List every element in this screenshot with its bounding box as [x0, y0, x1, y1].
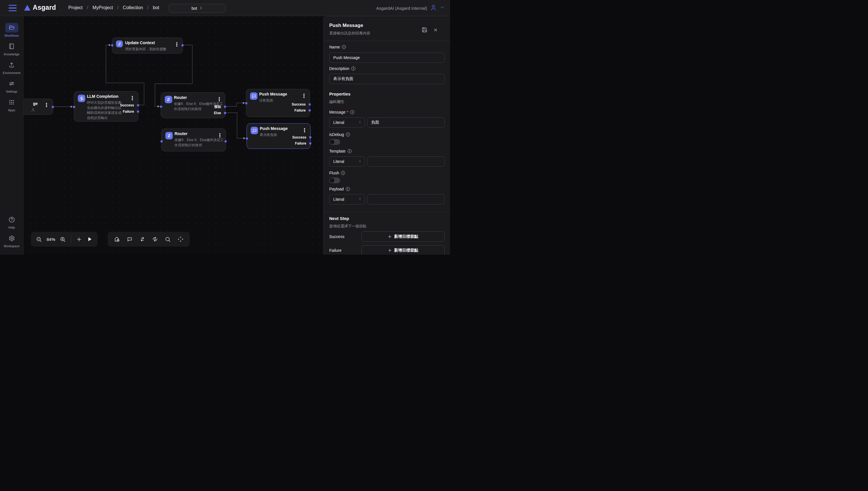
sidebar-item-knowledge[interactable]: Knowledge	[1, 41, 23, 56]
chevrons-up-down-icon	[199, 6, 203, 10]
asgard-logo-icon	[24, 5, 30, 10]
add-target-node-failure-button[interactable]: 新增目標節點	[361, 245, 444, 255]
add-target-node-success-button[interactable]: 新增目標節點	[361, 231, 444, 242]
sidebar-item-workspace[interactable]: Workspace	[1, 233, 23, 248]
panel-subtitle: 直接輸出訊息的回應內容	[329, 31, 370, 36]
flush-label: Flush	[329, 171, 345, 175]
template-type-select[interactable]: Literal	[329, 156, 365, 167]
add-node-icon[interactable]	[112, 235, 121, 243]
output-port[interactable]	[182, 44, 184, 47]
breadcrumb-separator: /	[147, 5, 148, 10]
node-llm-completion[interactable]: LLM Completion 呼叫大型語言模型並產生結構化的資料輸出以輔助流程的…	[74, 91, 138, 122]
failure-port[interactable]	[308, 109, 311, 112]
breadcrumb-project[interactable]: Project	[68, 5, 83, 10]
input-port[interactable]	[246, 137, 248, 140]
description-label: Description	[329, 66, 355, 71]
isdebug-toggle[interactable]	[329, 139, 340, 145]
node-update-context[interactable]: Update Context 用於更新內容，初始化變數	[112, 37, 183, 54]
upload-icon	[5, 60, 18, 70]
node-tools-toolbar	[108, 232, 190, 247]
breadcrumb-bot[interactable]: bot	[153, 5, 159, 10]
info-icon[interactable]	[341, 171, 345, 175]
account-area: AsgardAI (Asgard Internal)	[376, 0, 445, 16]
sidebar-item-workflows[interactable]: Workflows	[1, 23, 23, 37]
search-icon[interactable]	[163, 235, 172, 243]
kebab-menu-icon[interactable]	[174, 42, 179, 47]
payload-value-input[interactable]	[367, 194, 444, 204]
app-window: Asgard Project / MyProject / Collection …	[0, 0, 450, 255]
if-port[interactable]	[224, 106, 226, 108]
input-port[interactable]	[73, 106, 75, 108]
kebab-menu-icon[interactable]	[130, 95, 135, 101]
success-port[interactable]	[309, 136, 311, 139]
llm-node-icon[interactable]	[151, 235, 159, 243]
kebab-menu-icon[interactable]	[218, 133, 222, 138]
input-port[interactable]	[160, 106, 162, 108]
zoom-out-icon[interactable]	[35, 235, 43, 243]
input-port[interactable]	[245, 102, 247, 105]
workflow-select[interactable]: bot	[169, 4, 226, 12]
node-router-1[interactable]: Router 依據If、Else If、Else條件決定工作流程執行的路徑 假如…	[161, 92, 225, 118]
failure-port[interactable]	[309, 142, 311, 145]
name-input[interactable]: Push Message	[329, 53, 444, 63]
flush-toggle[interactable]	[329, 177, 340, 183]
message-type-select[interactable]: Literal	[329, 117, 365, 127]
help-circle-icon	[5, 215, 18, 224]
sidebar-item-apps[interactable]: Apps	[1, 97, 23, 112]
kebab-menu-icon[interactable]	[302, 93, 306, 98]
kebab-menu-icon[interactable]	[44, 103, 49, 108]
sliders-icon	[5, 79, 18, 88]
move-navigate-icon[interactable]	[176, 235, 185, 243]
message-value-input[interactable]: 負面	[367, 117, 444, 127]
message-node-icon[interactable]	[125, 235, 134, 243]
apps-grid-icon	[5, 97, 18, 107]
output-port[interactable]	[224, 140, 227, 143]
success-port[interactable]	[308, 103, 311, 106]
llm-bulb-icon	[78, 95, 85, 102]
swap-arrows-node-icon[interactable]	[138, 235, 147, 243]
info-icon[interactable]	[351, 66, 355, 70]
sidebar-item-environment[interactable]: Environment	[1, 60, 23, 75]
info-icon[interactable]	[346, 133, 350, 137]
node-push-message-2[interactable]: Push Message 表示有負面 Success Failure	[247, 123, 310, 149]
left-sidebar: Workflows Knowledge Environment Settings…	[0, 16, 24, 255]
name-label: Name	[329, 45, 346, 49]
output-port[interactable]	[52, 106, 54, 108]
breadcrumb-collection[interactable]: Collection	[123, 5, 143, 10]
close-icon[interactable]	[432, 27, 439, 33]
input-port[interactable]	[160, 140, 163, 143]
breadcrumb-myproject[interactable]: MyProject	[92, 5, 113, 10]
zoom-level: 84%	[46, 237, 56, 242]
chevrons-up-down-icon	[358, 197, 362, 202]
failure-port[interactable]	[137, 110, 139, 113]
save-icon[interactable]	[422, 27, 428, 33]
isdebug-label: isDebug	[329, 132, 350, 137]
node-push-message-1[interactable]: Push Message 沒有負面 Success Failure	[246, 89, 310, 117]
node-router-2[interactable]: Router 依據If、Else If、Else條件決定工作流程執行的路徑	[161, 128, 226, 151]
swap-arrows-icon	[165, 132, 173, 139]
hamburger-menu-icon[interactable]	[9, 5, 17, 11]
payload-type-select[interactable]: Literal	[329, 194, 365, 204]
chevron-down-icon[interactable]	[440, 5, 445, 11]
kebab-menu-icon[interactable]	[302, 127, 307, 133]
run-workflow-icon[interactable]	[86, 235, 93, 243]
chat-bubble-icon	[250, 92, 257, 100]
else-port[interactable]	[224, 112, 226, 114]
info-icon[interactable]	[342, 45, 346, 49]
sidebar-item-settings[interactable]: Settings	[1, 79, 23, 93]
description-input[interactable]: 表示有負面	[329, 74, 444, 84]
user-icon[interactable]	[430, 4, 437, 12]
breadcrumb-separator: /	[117, 5, 118, 10]
template-value-input[interactable]	[367, 156, 444, 167]
node-clipped-message[interactable]: ge 入	[24, 99, 53, 115]
add-icon[interactable]	[75, 235, 83, 243]
workflow-canvas[interactable]: ge 入 Update Context 用於更新內容，初始化變數 LLM Com…	[24, 16, 323, 255]
sidebar-item-help[interactable]: Help	[1, 215, 23, 229]
input-port[interactable]	[111, 44, 113, 47]
info-icon[interactable]	[350, 110, 354, 114]
info-icon[interactable]	[348, 149, 352, 153]
success-port[interactable]	[137, 104, 139, 107]
info-icon[interactable]	[346, 187, 350, 191]
kebab-menu-icon[interactable]	[217, 97, 222, 102]
zoom-in-icon[interactable]	[59, 235, 66, 243]
